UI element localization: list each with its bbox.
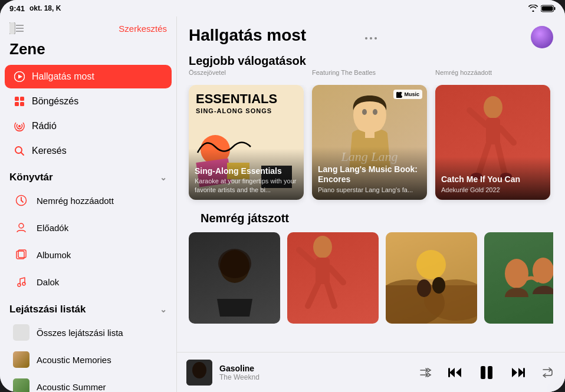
wifi-icon [528, 5, 538, 12]
desert-bg [386, 232, 477, 324]
nav-item-browse[interactable]: Böngészés [5, 90, 172, 113]
svg-line-49 [327, 284, 334, 306]
essentials-card-info: Sing-Along Essentials Karaoke at your fi… [189, 149, 304, 200]
library-section-header: Könyvtár ⌄ [0, 163, 176, 187]
sidebar: Szerkesztés Zene Hallgatás most [0, 17, 177, 392]
catchme-card-title: Catch Me If You Can [441, 174, 544, 185]
library-item-artists[interactable]: Előadók [5, 215, 172, 241]
avatar[interactable] [531, 26, 553, 48]
featured-card-essentials[interactable]: ESSENTIALS SING-ALONG SONGS [189, 85, 304, 200]
svg-point-43 [218, 249, 251, 278]
recently-card-adekunle[interactable]: CATCH ME IF YOU CAN [287, 232, 379, 327]
svg-marker-70 [512, 368, 517, 377]
dot-1 [365, 37, 367, 39]
featured-subtitle-3: Nemrég hozzáadott [435, 69, 550, 76]
next-icon [512, 367, 525, 378]
playlist-item-all[interactable]: Összes lejátszási lista [5, 319, 172, 345]
play-pause-button[interactable] [475, 361, 498, 384]
dots-menu[interactable] [365, 37, 377, 39]
nav-item-radio[interactable]: Rádió [5, 114, 172, 138]
svg-line-36 [500, 128, 514, 143]
svg-line-47 [330, 268, 343, 282]
playlist-item-acoustic-summer[interactable]: Acoustic Summer [5, 374, 172, 392]
library-item-albums[interactable]: Albumok [5, 242, 172, 268]
status-date: okt. 18, K [29, 4, 61, 12]
playlists-section-header: Lejátszási listák ⌄ [0, 295, 176, 319]
svg-marker-63 [449, 368, 455, 377]
playlist-item-acoustic-memories[interactable]: Acoustic Memories [5, 347, 172, 373]
now-playing-title: Gasoline [219, 364, 410, 373]
svg-point-24 [18, 284, 21, 286]
browse-icon [13, 95, 26, 108]
featured-card-langlang[interactable]: Music [312, 85, 427, 200]
svg-line-35 [469, 110, 486, 125]
repeat-button[interactable] [539, 365, 556, 380]
acoustic-summer-label: Acoustic Summer [37, 382, 106, 392]
svg-rect-1 [554, 7, 556, 10]
albums-icon [13, 246, 29, 263]
svg-point-30 [362, 109, 367, 115]
svg-marker-68 [518, 368, 524, 377]
svg-point-44 [313, 236, 332, 258]
svg-point-33 [484, 96, 502, 118]
library-chevron-icon[interactable]: ⌄ [160, 173, 167, 182]
svg-line-46 [299, 250, 316, 265]
recently-card-couple[interactable] [484, 232, 553, 327]
catchme-card-info: Catch Me If You Can Adekunle Gold 2022 [435, 157, 550, 200]
svg-point-56 [417, 279, 431, 297]
playlists-chevron-icon[interactable]: ⌄ [160, 305, 167, 314]
shuffle-button[interactable] [418, 365, 434, 380]
svg-rect-10 [15, 97, 19, 101]
svg-rect-45 [316, 258, 330, 284]
shuffle-icon [420, 368, 432, 377]
nav-search-label: Keresés [32, 146, 67, 156]
all-playlists-thumb [13, 324, 29, 341]
repeat-icon [541, 367, 553, 378]
svg-marker-65 [456, 368, 461, 377]
svg-rect-12 [15, 102, 19, 106]
nav-item-now-playing[interactable]: Hallgatás most [5, 65, 172, 88]
library-item-songs[interactable]: Dalok [5, 269, 172, 295]
avatar-image [531, 26, 553, 48]
nav-item-search[interactable]: Keresés [5, 139, 172, 163]
library-item-recently-added[interactable]: Nemrég hozzáadott [5, 187, 172, 213]
langlang-card-info: Lang Lang's Music Book: Encores Piano su… [312, 147, 427, 200]
device-frame: 9:41 okt. 18, K [0, 0, 565, 392]
recently-card-weeknd[interactable] [189, 232, 280, 327]
sidebar-toggle-icon[interactable] [9, 22, 24, 34]
svg-rect-66 [481, 366, 485, 379]
svg-line-48 [308, 284, 318, 306]
best-picks-title: Legjobb válogatások [177, 54, 565, 69]
now-playing-info: Gasoline The Weeknd [219, 364, 410, 381]
previous-button[interactable] [446, 364, 464, 381]
essentials-subtitle-text: SING-ALONG SONGS [196, 107, 272, 114]
library-albums-label: Albumok [37, 250, 71, 260]
svg-point-53 [416, 250, 446, 279]
adekunle2-figure: CATCH ME IF YOU CAN [287, 232, 358, 309]
nav-radio-label: Rádió [32, 121, 57, 131]
featured-cards-row: ESSENTIALS SING-ALONG SONGS [177, 85, 565, 212]
acoustic-memories-thumb [13, 351, 29, 368]
weeknd-album-art [189, 232, 280, 324]
weeknd-figure [199, 240, 270, 317]
edit-button[interactable]: Szerkesztés [119, 24, 167, 34]
desert-scene [386, 232, 477, 324]
catchme-card-desc: Adekunle Gold 2022 [441, 186, 544, 194]
library-recently-added-label: Nemrég hozzáadott [37, 196, 114, 206]
page-title: Hallgatás most [189, 26, 306, 45]
featured-subtitle-1: Összejövetel [189, 69, 304, 76]
status-bar: 9:41 okt. 18, K [0, 0, 565, 17]
pause-icon [478, 364, 495, 381]
apple-music-badge: Music [393, 90, 422, 99]
now-playing-thumb[interactable] [186, 360, 212, 386]
next-button[interactable] [510, 364, 527, 381]
recently-card-desert[interactable] [386, 232, 477, 327]
now-playing-artist: The Weeknd [219, 373, 410, 381]
acoustic-summer-thumb [13, 378, 29, 392]
featured-card-catchme[interactable]: ADEKUNLE GOLD Catch Me If You Can Adekun… [435, 85, 550, 200]
essentials-card-image: ESSENTIALS SING-ALONG SONGS [189, 85, 304, 200]
recently-played-grid: CATCH ME IF YOU CAN [189, 232, 553, 327]
featured-label-2: Featuring The Beatles [312, 69, 427, 77]
svg-rect-64 [448, 368, 450, 377]
langlang-card-title: Lang Lang's Music Book: Encores [318, 164, 421, 185]
